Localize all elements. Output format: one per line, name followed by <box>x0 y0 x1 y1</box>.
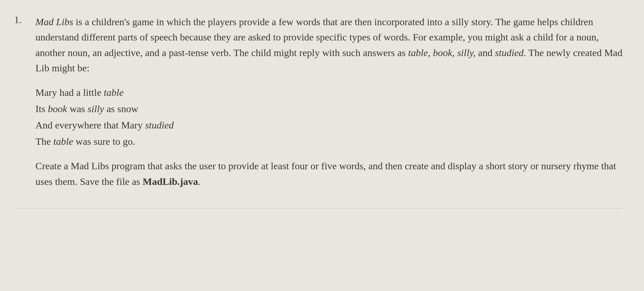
poem-line-3: And everywhere that Mary studied <box>35 117 623 133</box>
poem-line-1: Mary had a little table <box>35 84 623 101</box>
list-item-1: 1. Mad Libs is a children's game in whic… <box>14 14 623 198</box>
poem-line4-pre: The <box>35 136 54 147</box>
poem-line2-italic2: silly <box>88 103 104 114</box>
poem-line4-italic: table <box>54 136 73 147</box>
poem-line2-italic1: book <box>48 103 67 114</box>
item-content: Mad Libs is a children's game in which t… <box>35 14 623 198</box>
main-paragraph: Mad Libs is a children's game in which t… <box>35 14 623 76</box>
poem-line3-pre: And everywhere that Mary <box>35 120 145 131</box>
closing-part1: Create a Mad Libs program that asks the … <box>35 160 616 187</box>
page-content: 1. Mad Libs is a children's game in whic… <box>0 0 644 223</box>
madlib-java-bold: MadLib.java <box>142 176 198 187</box>
poem-line1-pre: Mary had a little <box>35 87 104 98</box>
poem-line1-italic: table <box>104 87 124 98</box>
closing-paragraph: Create a Mad Libs program that asks the … <box>35 158 623 189</box>
italic-studied: studied. <box>495 47 526 58</box>
item-number: 1. <box>14 14 28 198</box>
poem-line-2: Its book was silly as snow <box>35 101 623 117</box>
poem-line2-post: as snow <box>104 103 138 114</box>
poem-line2-pre: Its <box>35 103 48 114</box>
section-divider <box>14 208 623 209</box>
poem-line2-mid: was <box>67 103 88 114</box>
closing-part2: . <box>198 176 201 187</box>
paragraph-part2: and <box>476 47 495 58</box>
poem-line3-italic: studied <box>145 120 174 131</box>
poem-block: Mary had a little table Its book was sil… <box>35 84 623 150</box>
poem-line4-post: was sure to go. <box>73 136 135 147</box>
poem-line-4: The table was sure to go. <box>35 133 623 150</box>
italic-words: table, book, silly, <box>408 47 476 58</box>
mad-libs-title: Mad Libs <box>35 16 73 27</box>
